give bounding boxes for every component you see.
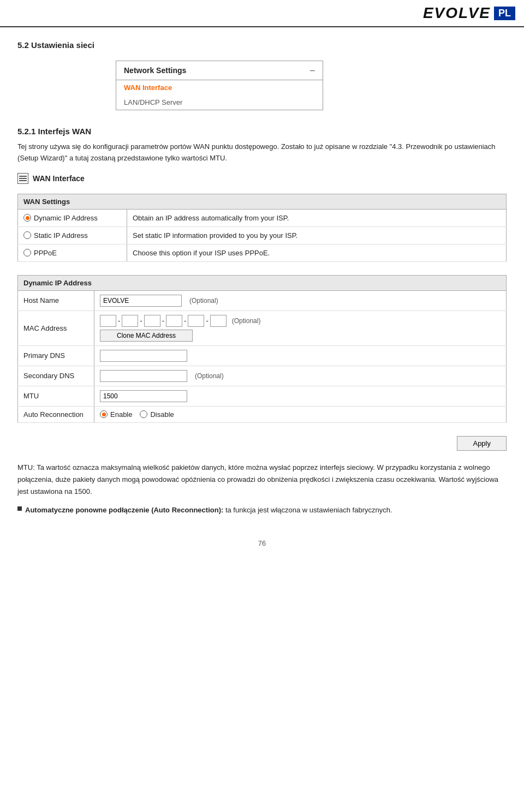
dynamic-ip-description: Obtain an IP address automatically from … bbox=[127, 209, 507, 226]
main-content: 5.2 Ustawienia sieci Network Settings – … bbox=[0, 27, 524, 560]
dynamic-ip-section: Dynamic IP Address Host Name (Optional) … bbox=[17, 275, 507, 423]
table-row: PPPoE Choose this option if your ISP use… bbox=[18, 244, 507, 261]
mtu-label: MTU bbox=[18, 386, 94, 406]
header: EVOLVE PL bbox=[0, 0, 524, 27]
disable-label: Disable bbox=[150, 410, 174, 419]
table-row: Primary DNS bbox=[18, 345, 507, 366]
mac-sep-2: - bbox=[140, 317, 142, 325]
mac-field-3[interactable] bbox=[144, 315, 160, 327]
mac-field-1[interactable] bbox=[100, 315, 116, 327]
host-name-input[interactable] bbox=[100, 295, 182, 307]
mac-field-4[interactable] bbox=[166, 315, 182, 327]
table-row: Static IP Address Set static IP informat… bbox=[18, 226, 507, 244]
dynamic-ip-radio[interactable] bbox=[23, 214, 31, 222]
mtu-note: MTU: Ta wartość oznacza maksymalną wielk… bbox=[17, 462, 507, 498]
auto-reconnection-bold: Automatyczne ponowne podłączenie (Auto R… bbox=[25, 506, 223, 514]
static-ip-label: Static IP Address bbox=[34, 231, 88, 240]
mtu-input[interactable] bbox=[100, 390, 187, 402]
dynamic-ip-section-header: Dynamic IP Address bbox=[18, 275, 507, 290]
table-row: Host Name (Optional) bbox=[18, 290, 507, 311]
nav-wan-interface[interactable]: WAN Interface bbox=[116, 80, 323, 95]
mac-optional: (Optional) bbox=[232, 317, 261, 325]
pppoe-description: Choose this option if your ISP uses PPPo… bbox=[127, 244, 507, 261]
table-row: Auto Reconnection Enable Disable bbox=[18, 406, 507, 422]
secondary-dns-label: Secondary DNS bbox=[18, 366, 94, 386]
table-row: Dynamic IP Address Obtain an IP address … bbox=[18, 209, 507, 226]
doc-icon bbox=[17, 173, 28, 184]
mac-sep-1: - bbox=[118, 317, 120, 325]
description-paragraph: Tej strony używa się do konfiguracji par… bbox=[17, 141, 507, 164]
auto-reconnection-rest: ta funkcja jest włączona w ustawieniach … bbox=[223, 506, 392, 514]
static-ip-description: Set static IP information provided to yo… bbox=[127, 226, 507, 244]
primary-dns-label: Primary DNS bbox=[18, 345, 94, 366]
network-settings-title: Network Settings bbox=[124, 66, 186, 75]
enable-radio-label[interactable]: Enable bbox=[100, 410, 132, 419]
mac-field-6[interactable] bbox=[210, 315, 227, 327]
network-settings-header: Network Settings – bbox=[116, 61, 323, 80]
clone-mac-button[interactable]: Clone MAC Address bbox=[100, 330, 193, 342]
enable-label: Enable bbox=[110, 410, 132, 419]
primary-dns-input[interactable] bbox=[100, 350, 187, 362]
nav-lan-dhcp[interactable]: LAN/DHCP Server bbox=[116, 95, 323, 110]
network-settings-box: Network Settings – WAN Interface LAN/DHC… bbox=[116, 61, 323, 110]
apply-button-row: Apply bbox=[17, 436, 507, 451]
pppoe-radio[interactable] bbox=[23, 249, 31, 256]
static-ip-radio[interactable] bbox=[23, 231, 31, 239]
auto-reconnection-options: Enable Disable bbox=[100, 410, 501, 419]
mac-fields: - - - - - bbox=[100, 315, 227, 327]
wan-interface-heading: WAN Interface bbox=[17, 173, 507, 184]
mac-address-row: - - - - - (Optional) bbox=[100, 315, 501, 342]
mac-address-label: MAC Address bbox=[18, 311, 94, 345]
dynamic-ip-label: Dynamic IP Address bbox=[34, 214, 98, 222]
mac-sep-3: - bbox=[162, 317, 164, 325]
wan-settings-table: WAN Settings Dynamic IP Address Obtain a… bbox=[17, 194, 507, 262]
mac-sep-5: - bbox=[206, 317, 208, 325]
footer-notes: MTU: Ta wartość oznacza maksymalną wielk… bbox=[17, 462, 507, 523]
subsection-title: 5.2.1 Interfejs WAN bbox=[17, 127, 507, 136]
bullet-icon bbox=[17, 506, 22, 511]
auto-reconnection-note-text: Automatyczne ponowne podłączenie (Auto R… bbox=[25, 504, 392, 516]
secondary-dns-input[interactable] bbox=[100, 370, 187, 382]
secondary-dns-optional: (Optional) bbox=[195, 372, 224, 380]
section-title: 5.2 Ustawienia sieci bbox=[17, 40, 507, 50]
host-name-optional: (Optional) bbox=[189, 297, 218, 304]
pppoe-label: PPPoE bbox=[34, 249, 57, 257]
dynamic-ip-radio-label[interactable]: Dynamic IP Address bbox=[23, 214, 121, 222]
mac-field-5[interactable] bbox=[188, 315, 204, 327]
auto-reconnection-label: Auto Reconnection bbox=[18, 406, 94, 422]
disable-radio[interactable] bbox=[140, 410, 147, 418]
pppoe-radio-label[interactable]: PPPoE bbox=[23, 249, 121, 257]
mac-sep-4: - bbox=[184, 317, 186, 325]
auto-reconnection-note: Automatyczne ponowne podłączenie (Auto R… bbox=[17, 504, 507, 523]
table-row: MTU bbox=[18, 386, 507, 406]
table-row: MAC Address - - - - bbox=[18, 311, 507, 345]
wan-settings-header: WAN Settings bbox=[18, 194, 507, 209]
static-ip-radio-label[interactable]: Static IP Address bbox=[23, 231, 121, 240]
logo-evolve: EVOLVE bbox=[423, 4, 491, 22]
mac-field-2[interactable] bbox=[122, 315, 138, 327]
table-row: Secondary DNS (Optional) bbox=[18, 366, 507, 386]
page-number: 76 bbox=[17, 539, 507, 547]
collapse-icon[interactable]: – bbox=[310, 65, 315, 75]
apply-button[interactable]: Apply bbox=[457, 436, 507, 451]
disable-radio-label[interactable]: Disable bbox=[140, 410, 174, 419]
wan-interface-label: WAN Interface bbox=[33, 174, 85, 183]
logo-pl: PL bbox=[494, 7, 515, 20]
enable-radio[interactable] bbox=[100, 410, 108, 418]
host-name-label: Host Name bbox=[18, 290, 94, 311]
